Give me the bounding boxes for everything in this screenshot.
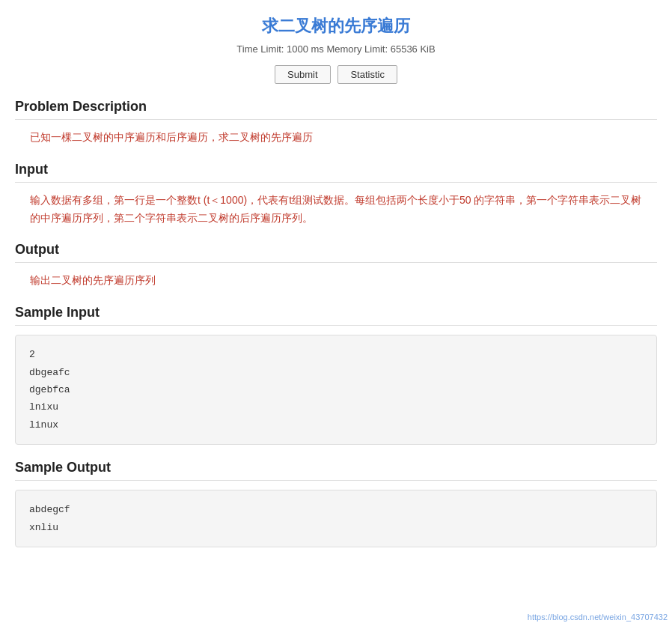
- sample-input-code: 2 dbgeafc dgebfca lnixu linux: [15, 335, 657, 445]
- button-row: Submit Statistic: [15, 65, 657, 84]
- limits-text: Time Limit: 1000 ms Memory Limit: 65536 …: [15, 43, 657, 55]
- section-title-sample-output: Sample Output: [15, 460, 657, 481]
- section-title-sample-input: Sample Input: [15, 305, 657, 326]
- section-title-input: Input: [15, 162, 657, 183]
- output-content: 输出二叉树的先序遍历序列: [15, 272, 657, 290]
- problem-description-content: 已知一棵二叉树的中序遍历和后序遍历，求二叉树的先序遍历: [15, 129, 657, 147]
- section-title-problem-description: Problem Description: [15, 99, 657, 120]
- statistic-button[interactable]: Statistic: [337, 65, 397, 84]
- sample-output-code: abdegcf xnliu: [15, 490, 657, 547]
- input-content: 输入数据有多组，第一行是一个整数t (t＜1000)，代表有t组测试数据。每组包…: [15, 192, 657, 228]
- problem-title: 求二叉树的先序遍历: [15, 15, 657, 37]
- section-title-output: Output: [15, 242, 657, 263]
- submit-button[interactable]: Submit: [275, 65, 330, 84]
